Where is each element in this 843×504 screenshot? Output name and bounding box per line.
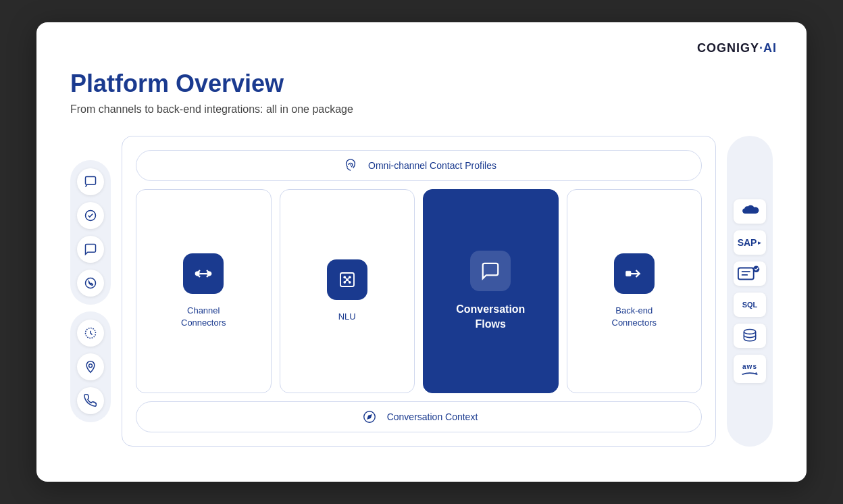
compass-icon <box>360 407 379 426</box>
conversation-flows-icon-box <box>470 251 511 291</box>
main-content: Omni-channel Contact Profiles ChannelCon… <box>70 136 773 447</box>
svg-point-4 <box>350 164 351 166</box>
conversation-context-bar: Conversation Context <box>136 401 702 432</box>
channel-connectors-card: ChannelConnectors <box>136 189 272 393</box>
fingerprint-icon <box>341 156 360 175</box>
messaging-channels-group <box>70 160 111 305</box>
bubble-icon <box>77 236 104 263</box>
channel-connectors-label: ChannelConnectors <box>181 305 226 329</box>
omni-channel-bar: Omni-channel Contact Profiles <box>136 150 702 181</box>
conversation-flows-label: ConversationFlows <box>456 302 525 332</box>
logo: COGNIGY·AI <box>697 41 777 55</box>
aws-icon: aws <box>734 355 766 383</box>
svg-point-2 <box>86 278 96 288</box>
omni-channel-label: Omni-channel Contact Profiles <box>368 160 496 171</box>
backend-connectors-label: Back-endConnectors <box>612 305 657 329</box>
database-icon <box>734 324 766 348</box>
svg-point-22 <box>744 329 755 334</box>
svg-line-16 <box>347 280 350 282</box>
nlu-card: NLU <box>280 189 415 393</box>
messenger-icon <box>77 202 104 229</box>
conversation-context-label: Conversation Context <box>387 411 478 422</box>
cards-row: ChannelConnectors <box>136 189 702 393</box>
backend-connectors-card: Back-endConnectors <box>567 189 702 393</box>
backend-connectors-icon-box <box>614 253 655 294</box>
page-subtitle: From channels to back-end integrations: … <box>70 103 773 116</box>
sidebar-right: SAP► SQL <box>727 136 773 447</box>
svg-point-5 <box>196 272 199 275</box>
main-screen: COGNIGY·AI Platform Overview From channe… <box>36 22 807 482</box>
svg-rect-17 <box>625 271 631 276</box>
servicenow-icon <box>734 261 766 286</box>
chat-icon <box>77 168 104 195</box>
svg-rect-20 <box>738 268 754 279</box>
salesforce-icon <box>734 199 766 224</box>
other-channels-group <box>70 311 111 422</box>
google-icon <box>77 320 104 347</box>
conversation-flows-card: ConversationFlows <box>423 189 559 393</box>
sql-icon: SQL <box>734 293 766 317</box>
location-icon <box>77 353 104 380</box>
svg-line-14 <box>347 277 350 280</box>
phone-icon <box>77 387 104 414</box>
diagram-container: Omni-channel Contact Profiles ChannelCon… <box>122 136 716 447</box>
svg-point-3 <box>89 364 93 368</box>
nlu-label: NLU <box>338 311 356 323</box>
page-title: Platform Overview <box>70 70 773 98</box>
svg-point-6 <box>208 272 211 275</box>
svg-line-13 <box>344 277 347 280</box>
sap-icon: SAP► <box>734 230 766 255</box>
svg-marker-19 <box>367 414 372 420</box>
svg-line-15 <box>344 280 347 282</box>
nlu-icon-box <box>327 259 367 300</box>
sidebar-left <box>70 160 111 422</box>
whatsapp-icon <box>77 270 104 297</box>
svg-rect-0 <box>86 177 96 185</box>
channel-connectors-icon-box <box>183 253 224 294</box>
